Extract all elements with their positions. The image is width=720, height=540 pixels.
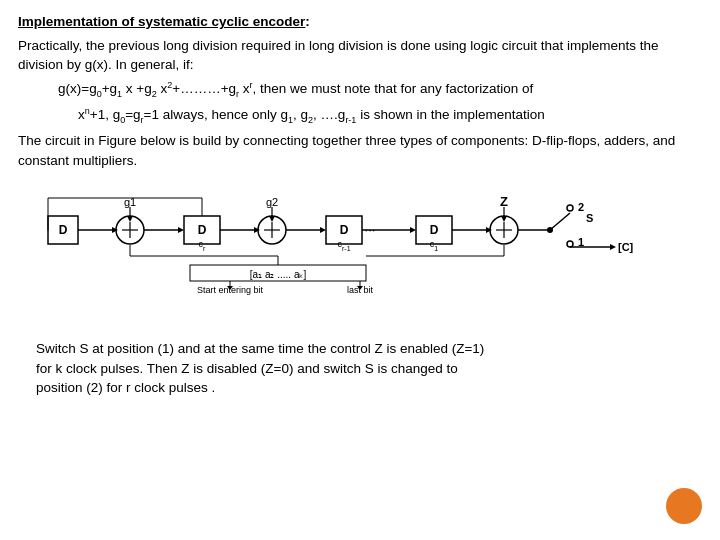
circuit-diagram: D g1 D cr	[18, 178, 702, 333]
para4-text: The circuit in Figure below is build by …	[18, 133, 675, 168]
s-label: S	[586, 212, 593, 224]
bottom-text: Switch S at position (1) and at the same…	[18, 339, 702, 398]
d-label: D	[59, 223, 68, 237]
title-colon: :	[305, 14, 310, 29]
para3-text: xn+1, g0=gr=1 always, hence only g1, g2,…	[78, 107, 545, 122]
svg-text:D: D	[340, 223, 349, 237]
page-title: Implementation of systematic cyclic enco…	[18, 14, 305, 29]
two-label: 2	[578, 201, 584, 213]
bottom-text-line2: for k clock pulses. Then Z is disabled (…	[36, 359, 702, 379]
c-label: [C]	[618, 241, 634, 253]
orange-circle	[666, 488, 702, 524]
z-label: Z	[500, 194, 508, 209]
para3: xn+1, g0=gr=1 always, hence only g1, g2,…	[78, 105, 702, 127]
svg-point-41	[547, 227, 553, 233]
circuit-svg: D g1 D cr	[30, 178, 690, 333]
svg-text:D: D	[198, 223, 207, 237]
para2-text: g(x)=g0+g1 x +g2 x2+………+gr xr, then we m…	[58, 81, 533, 96]
bottom-text-line1: Switch S at position (1) and at the same…	[36, 339, 702, 359]
para1: Practically, the previous long division …	[18, 36, 702, 75]
para4: The circuit in Figure below is build by …	[18, 131, 702, 170]
para1-text: Practically, the previous long division …	[18, 38, 659, 73]
para2: g(x)=g0+g1 x +g2 x2+………+gr xr, then we m…	[58, 79, 702, 101]
svg-text:D: D	[430, 223, 439, 237]
one-label: 1	[578, 236, 584, 248]
a-array-label: [a₁ a₂ ..... aₖ]	[250, 269, 307, 280]
title-block: Implementation of systematic cyclic enco…	[18, 12, 702, 32]
bottom-text-line3: position (2) for r clock pulses .	[36, 378, 702, 398]
page: Implementation of systematic cyclic enco…	[0, 0, 720, 540]
g2-label: g2	[266, 196, 278, 208]
